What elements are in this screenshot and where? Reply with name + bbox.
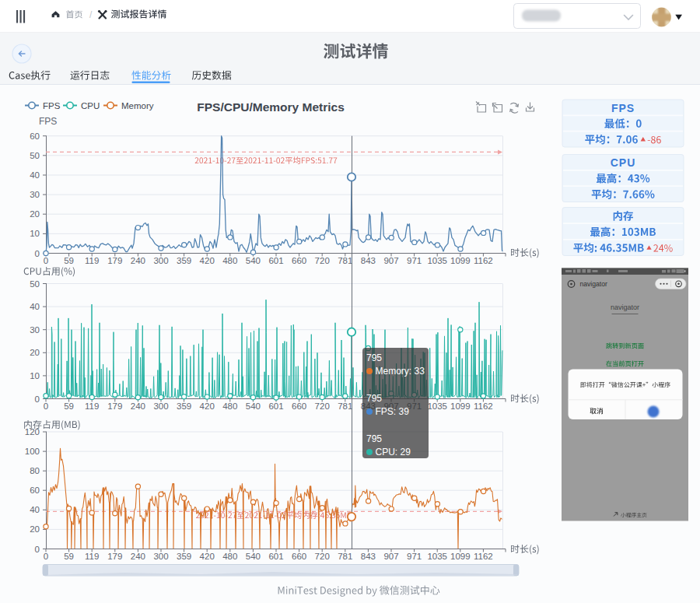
svg-text:40: 40 [30,302,40,311]
svg-text:20: 20 [30,209,40,219]
svg-text:0: 0 [44,256,48,265]
svg-text:40: 40 [30,170,40,180]
svg-text:59: 59 [64,401,74,411]
svg-text:119: 119 [85,552,99,561]
svg-text:720: 720 [315,256,330,265]
svg-text:971: 971 [407,256,422,265]
svg-text:843: 843 [361,256,376,265]
svg-text:480: 480 [222,552,237,561]
svg-text:100: 100 [25,447,40,456]
svg-text:179: 179 [107,401,122,411]
svg-text:FPS: FPS [39,116,57,127]
svg-text:1162: 1162 [474,256,493,265]
svg-text:80: 80 [30,466,40,475]
svg-text:601: 601 [268,256,283,265]
svg-text:CPU: CPU [611,156,636,169]
svg-text:Memory: Memory [121,101,154,110]
svg-text:59: 59 [64,552,74,561]
svg-text:0: 0 [44,552,48,561]
svg-text:601: 601 [268,401,283,411]
svg-text:0: 0 [35,394,40,404]
svg-text:300: 300 [153,552,168,561]
svg-text:1099: 1099 [450,552,471,561]
svg-text:59: 59 [64,256,74,265]
svg-text:480: 480 [222,256,237,265]
svg-text:navigator: navigator [580,280,607,288]
svg-text:359: 359 [177,552,191,561]
svg-text:179: 179 [107,256,122,265]
svg-text:540: 540 [246,552,261,561]
svg-text:781: 781 [338,552,352,561]
svg-text:971: 971 [407,552,422,561]
svg-text:540: 540 [246,256,261,265]
svg-text:240: 240 [131,552,145,561]
svg-text:660: 660 [292,256,306,265]
svg-text:1035: 1035 [427,552,447,561]
svg-text:120: 120 [25,427,40,436]
svg-text:1162: 1162 [474,552,493,561]
svg-text:907: 907 [383,256,398,265]
svg-text:60: 60 [30,131,40,141]
svg-text:10: 10 [30,229,40,238]
svg-text:300: 300 [153,256,168,265]
svg-text:660: 660 [292,401,306,411]
svg-text:20: 20 [30,524,40,534]
svg-text:0: 0 [35,249,40,258]
svg-text:660: 660 [292,552,306,561]
svg-text:540: 540 [246,401,261,411]
svg-text:1099: 1099 [450,401,471,411]
svg-text:50: 50 [30,279,40,289]
svg-text:1035: 1035 [427,401,447,411]
svg-text:60: 60 [30,486,40,495]
svg-text:240: 240 [131,401,145,411]
svg-text:843: 843 [361,552,376,561]
svg-text:119: 119 [85,256,99,265]
svg-text:30: 30 [30,325,40,335]
svg-text:907: 907 [383,552,398,561]
svg-text:781: 781 [338,256,352,265]
svg-text:0: 0 [35,545,40,554]
svg-text:119: 119 [85,401,99,411]
svg-text:navigator: navigator [611,303,639,311]
svg-text:359: 359 [177,401,191,411]
svg-text:240: 240 [131,256,145,265]
svg-text:359: 359 [177,256,191,265]
svg-text:10: 10 [30,371,40,380]
svg-text:720: 720 [315,401,330,411]
svg-text:480: 480 [222,401,237,411]
svg-text:1162: 1162 [474,401,493,411]
svg-text:300: 300 [153,401,168,411]
svg-text:40: 40 [30,505,40,514]
svg-text:30: 30 [30,190,40,199]
svg-text:/: / [89,9,93,20]
svg-text:20: 20 [30,348,40,357]
svg-text:720: 720 [315,552,330,561]
svg-text:FPS: FPS [611,102,635,114]
svg-text:420: 420 [200,256,215,265]
svg-text:0: 0 [44,401,48,411]
svg-text:420: 420 [200,552,215,561]
svg-text:50: 50 [30,151,40,160]
svg-text:FPS: FPS [43,101,61,110]
svg-text:601: 601 [268,552,283,561]
svg-text:420: 420 [200,401,215,411]
svg-text:FPS/CPU/Memory Metrics: FPS/CPU/Memory Metrics [197,100,345,114]
svg-text:781: 781 [338,401,352,411]
svg-text:179: 179 [107,552,122,561]
svg-text:1099: 1099 [450,256,471,265]
svg-text:1035: 1035 [427,256,447,265]
svg-text:CPU: CPU [81,101,100,110]
